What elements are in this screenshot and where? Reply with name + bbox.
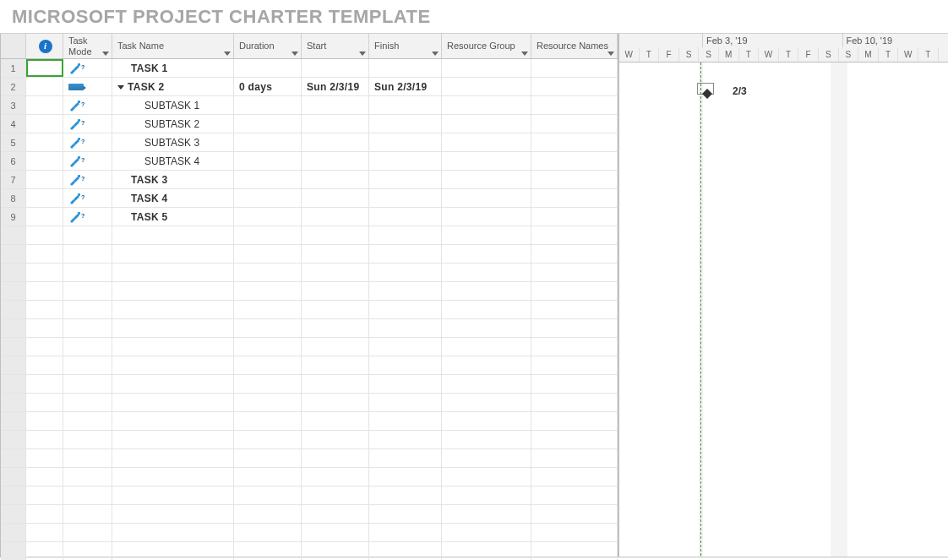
cell-info[interactable]	[26, 282, 63, 300]
cell-duration[interactable]	[234, 59, 302, 77]
cell-task-name[interactable]: SUBTASK 4	[112, 152, 234, 170]
table-row[interactable]	[1, 226, 618, 245]
cell-task-mode[interactable]	[63, 338, 112, 356]
cell-resource-group[interactable]	[442, 208, 531, 226]
row-index[interactable]	[1, 301, 26, 318]
table-row[interactable]	[1, 524, 618, 542]
cell-duration[interactable]	[234, 96, 302, 114]
cell-resource-names[interactable]	[531, 78, 618, 95]
cell-duration[interactable]	[234, 319, 302, 337]
column-header-resource-names[interactable]: Resource Names	[531, 34, 618, 58]
cell-resource-group[interactable]	[442, 264, 531, 281]
table-row[interactable]: 6?SUBTASK 4	[1, 152, 618, 171]
cell-info[interactable]	[26, 319, 63, 337]
cell-resource-group[interactable]	[442, 282, 531, 300]
row-index[interactable]	[1, 338, 26, 356]
cell-start[interactable]	[302, 542, 369, 560]
cell-resource-names[interactable]	[531, 133, 618, 151]
cell-task-name[interactable]: TASK 2	[112, 78, 234, 95]
table-row[interactable]	[1, 282, 618, 301]
cell-resource-group[interactable]	[442, 505, 531, 523]
cell-resource-names[interactable]	[531, 189, 618, 207]
cell-finish[interactable]	[369, 449, 442, 467]
cell-info[interactable]	[26, 226, 63, 244]
cell-start[interactable]	[302, 226, 369, 244]
cell-finish[interactable]: Sun 2/3/19	[369, 78, 442, 95]
cell-task-mode[interactable]	[63, 356, 112, 374]
cell-task-mode[interactable]	[63, 282, 112, 300]
cell-resource-names[interactable]	[531, 524, 618, 541]
cell-task-name[interactable]	[112, 301, 234, 318]
cell-info[interactable]	[26, 431, 63, 449]
cell-duration[interactable]	[234, 264, 302, 281]
cell-start[interactable]	[302, 115, 369, 133]
cell-start[interactable]	[302, 431, 369, 449]
cell-duration[interactable]	[234, 245, 302, 263]
cell-duration[interactable]	[234, 133, 302, 151]
chevron-down-icon[interactable]	[432, 52, 439, 56]
chevron-down-icon[interactable]	[224, 52, 231, 56]
row-index[interactable]: 3	[1, 96, 26, 114]
cell-info[interactable]	[26, 264, 63, 281]
row-index[interactable]	[1, 245, 26, 263]
cell-task-mode[interactable]	[63, 449, 112, 467]
row-index[interactable]	[1, 505, 26, 523]
row-index[interactable]: 9	[1, 208, 26, 226]
table-row[interactable]	[1, 375, 618, 394]
cell-duration[interactable]	[234, 338, 302, 356]
cell-start[interactable]	[302, 356, 369, 374]
row-index[interactable]: 6	[1, 152, 26, 170]
gantt-chart[interactable]: Feb 3, '19Feb 10, '19 WTFSSMTWTFSSMTWT 2…	[619, 34, 948, 557]
table-row[interactable]	[1, 412, 618, 431]
chevron-down-icon[interactable]	[102, 52, 109, 56]
row-index[interactable]: 5	[1, 133, 26, 151]
cell-task-name[interactable]: SUBTASK 3	[112, 133, 234, 151]
cell-task-name[interactable]	[112, 505, 234, 523]
cell-task-mode[interactable]: ?	[63, 152, 112, 170]
cell-task-mode[interactable]	[63, 431, 112, 449]
cell-resource-group[interactable]	[442, 356, 531, 374]
task-grid[interactable]: i Task Mode Task Name Duration Start Fin…	[1, 34, 619, 557]
cell-resource-names[interactable]	[531, 449, 618, 467]
row-index[interactable]	[1, 542, 26, 560]
cell-resource-group[interactable]	[442, 133, 531, 151]
cell-task-name[interactable]	[112, 356, 234, 374]
cell-resource-group[interactable]	[442, 189, 531, 207]
cell-task-name[interactable]	[112, 431, 234, 449]
cell-task-name[interactable]	[112, 449, 234, 467]
cell-task-mode[interactable]	[63, 78, 112, 95]
cell-info[interactable]	[26, 152, 63, 170]
cell-resource-names[interactable]	[531, 171, 618, 188]
cell-finish[interactable]	[369, 152, 442, 170]
cell-resource-names[interactable]	[531, 301, 618, 318]
cell-info[interactable]	[26, 78, 63, 95]
cell-resource-group[interactable]	[442, 78, 531, 95]
cell-finish[interactable]	[369, 171, 442, 188]
table-row[interactable]: 8?TASK 4	[1, 189, 618, 208]
cell-finish[interactable]	[369, 412, 442, 430]
cell-task-mode[interactable]	[63, 245, 112, 263]
cell-start[interactable]	[302, 524, 369, 541]
cell-resource-names[interactable]	[531, 431, 618, 449]
cell-task-name[interactable]	[112, 282, 234, 300]
row-index[interactable]	[1, 431, 26, 449]
cell-task-mode[interactable]	[63, 319, 112, 337]
row-index[interactable]: 7	[1, 171, 26, 188]
cell-info[interactable]	[26, 394, 63, 411]
cell-task-mode[interactable]	[63, 264, 112, 281]
cell-resource-names[interactable]	[531, 208, 618, 226]
cell-info[interactable]	[26, 542, 63, 560]
cell-task-mode[interactable]	[63, 487, 112, 504]
cell-task-name[interactable]	[112, 487, 234, 504]
table-row[interactable]	[1, 301, 618, 319]
cell-resource-names[interactable]	[531, 468, 618, 486]
cell-duration[interactable]	[234, 115, 302, 133]
cell-task-name[interactable]: TASK 5	[112, 208, 234, 226]
cell-start[interactable]	[302, 301, 369, 318]
cell-start[interactable]	[302, 59, 369, 77]
cell-resource-group[interactable]	[442, 115, 531, 133]
cell-task-name[interactable]: TASK 4	[112, 189, 234, 207]
cell-resource-names[interactable]	[531, 245, 618, 263]
cell-duration[interactable]	[234, 542, 302, 560]
column-header-finish[interactable]: Finish	[369, 34, 442, 58]
